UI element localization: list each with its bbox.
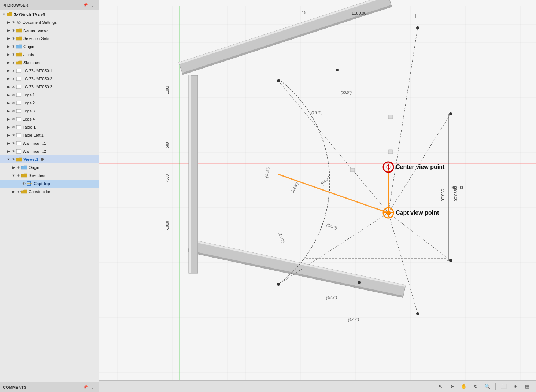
folder-joints: [16, 52, 22, 57]
eye-icon-origin[interactable]: 👁: [11, 44, 16, 49]
expand-views1[interactable]: [6, 157, 11, 162]
capt-top-label: Capt top: [34, 181, 50, 186]
expand-wallmount1[interactable]: [6, 141, 11, 146]
expand-lg1[interactable]: [6, 68, 11, 73]
expand-sketches[interactable]: [6, 60, 11, 65]
eye-icon-origin2[interactable]: 👁: [16, 165, 21, 170]
expand-legs3[interactable]: [6, 108, 11, 114]
expand-named-views[interactable]: [6, 28, 11, 33]
expand-origin2[interactable]: [11, 165, 16, 170]
expand-selection-sets[interactable]: [6, 36, 11, 41]
expand-construction[interactable]: [11, 189, 16, 194]
tree-item-table1[interactable]: 👁 Table:1: [0, 123, 99, 131]
arrow-tool-icon[interactable]: ➤: [448, 382, 456, 391]
eye-icon-construction[interactable]: 👁: [16, 189, 21, 194]
eye-icon-doc[interactable]: 👁: [11, 20, 16, 25]
eye-icon-sketches2[interactable]: 👁: [16, 173, 21, 178]
handle-center: [350, 168, 355, 172]
expand-root[interactable]: [1, 12, 7, 17]
angle-339: (33.9°): [341, 90, 352, 95]
point-top-left: [277, 79, 280, 82]
grid-pattern: [99, 6, 536, 386]
eye-icon-sketches[interactable]: 👁: [11, 60, 16, 65]
eye-icon-legs1[interactable]: 👁: [11, 92, 16, 97]
grid-view-icon[interactable]: ⊞: [511, 382, 520, 391]
more-icon[interactable]: ⋮: [90, 2, 96, 8]
dim-993-label: 993.00: [451, 185, 463, 190]
dim-15: 15: [302, 11, 306, 15]
tree-item-lg3[interactable]: 👁 LG 75UM7050:3: [0, 83, 99, 91]
tree-item-sketches[interactable]: 👁 Sketches: [0, 59, 99, 67]
tree-item-wallmount2[interactable]: 👁 Wall mount:2: [0, 147, 99, 155]
tree-item-legs4[interactable]: 👁 Legs:4: [0, 115, 99, 123]
expand-lg3[interactable]: [6, 84, 11, 89]
expand-tableleft1[interactable]: [6, 133, 11, 138]
expand-legs2[interactable]: [6, 100, 11, 106]
tree-item-legs3[interactable]: 👁 Legs:3: [0, 107, 99, 115]
tree-item-legs1[interactable]: 👁 Legs:1: [0, 91, 99, 99]
tree-item-sketches2[interactable]: 👁 Sketches: [0, 171, 99, 180]
zoom-tool-icon[interactable]: 🔍: [483, 382, 492, 391]
eye-icon-wallmount2[interactable]: 👁: [11, 149, 16, 154]
tree-item-tableleft1[interactable]: 👁 Table Left:1: [0, 131, 99, 139]
orbit-tool-icon[interactable]: ↻: [471, 382, 480, 391]
eye-icon-lg2[interactable]: 👁: [11, 76, 16, 81]
svg-rect-14: [16, 117, 21, 121]
tree-item-views1[interactable]: 👁 Views:1: [0, 155, 99, 163]
expand-wallmount2[interactable]: [6, 149, 11, 154]
expand-lg2[interactable]: [6, 76, 11, 81]
eye-icon-views1[interactable]: 👁: [11, 157, 16, 162]
expand-origin[interactable]: [6, 44, 11, 49]
tree-item-capt-top[interactable]: 👁 Capt top: [0, 180, 99, 188]
canvas-area[interactable]: 1180.00 15 993.00 993.00 1000 500 -1000 …: [99, 0, 536, 392]
handle-mid: [388, 150, 393, 154]
tree-item-construction[interactable]: 👁 Construction: [0, 188, 99, 196]
named-views-label: Named Views: [23, 28, 48, 33]
fit-view-icon[interactable]: ⬜: [499, 382, 508, 391]
tree-item-origin[interactable]: 👁 Origin: [0, 42, 99, 51]
tree-item-named-views[interactable]: 👁 Named Views: [0, 26, 99, 34]
eye-icon-selection[interactable]: 👁: [11, 36, 16, 41]
expand-legs1[interactable]: [6, 92, 11, 97]
expand-table1[interactable]: [6, 125, 11, 130]
sketches2-label: Sketches: [29, 173, 45, 178]
eye-icon-joints[interactable]: 👁: [11, 52, 16, 57]
tree-item-lg2[interactable]: 👁 LG 75UM7050:2: [0, 75, 99, 83]
eye-icon-legs3[interactable]: 👁: [11, 108, 16, 114]
eye-icon-capt-top[interactable]: 👁: [21, 181, 26, 186]
dim-993-text: 993.00: [441, 189, 445, 201]
eye-icon-wallmount1[interactable]: 👁: [11, 141, 16, 146]
tree-item-legs2[interactable]: 👁 Legs:2: [0, 99, 99, 107]
tree-item-doc-settings[interactable]: 👁 Document Settings: [0, 18, 99, 26]
root-icon: [7, 12, 12, 16]
tree-item-selection-sets[interactable]: 👁 Selection Sets: [0, 34, 99, 42]
tree-item-wallmount1[interactable]: 👁 Wall mount:1: [0, 139, 99, 147]
hand-tool-icon[interactable]: ✋: [459, 382, 468, 391]
eye-icon-lg3[interactable]: 👁: [11, 84, 16, 89]
svg-marker-4: [16, 37, 22, 40]
expand-joints[interactable]: [6, 52, 11, 57]
eye-icon-legs2[interactable]: 👁: [11, 100, 16, 106]
display-mode-icon[interactable]: ▦: [523, 382, 532, 391]
joints-label: Joints: [23, 52, 34, 57]
eye-icon-lg1[interactable]: 👁: [11, 68, 16, 73]
eye-icon-table1[interactable]: 👁: [11, 125, 16, 130]
tree-item-lg1[interactable]: 👁 LG 75UM7050:1: [0, 67, 99, 75]
views1-label: Views:1: [23, 157, 38, 162]
pin-icon-comments[interactable]: 📌: [82, 384, 88, 390]
tree-item-joints[interactable]: 👁 Joints: [0, 51, 99, 59]
cursor-tool-icon[interactable]: ↖: [436, 382, 445, 391]
tree-item-root[interactable]: 3x75inch TVs v9: [0, 10, 99, 18]
angle-489: (48.9°): [326, 296, 337, 300]
expand-legs4[interactable]: [6, 117, 11, 122]
eye-icon-named[interactable]: 👁: [11, 28, 16, 33]
svg-rect-31: [189, 75, 191, 273]
pin-icon[interactable]: 📌: [82, 2, 88, 8]
expand-doc-settings[interactable]: [6, 20, 11, 25]
more-icon-comments[interactable]: ⋮: [90, 384, 96, 390]
svg-rect-12: [16, 101, 21, 105]
eye-icon-legs4[interactable]: 👁: [11, 117, 16, 122]
tree-item-origin2[interactable]: 👁 Origin: [0, 163, 99, 171]
expand-sketches2[interactable]: [11, 173, 16, 178]
eye-icon-tableleft1[interactable]: 👁: [11, 133, 16, 138]
